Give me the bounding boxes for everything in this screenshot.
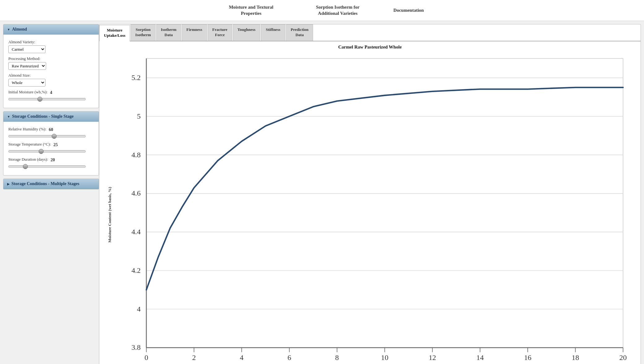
storage-multiple-panel: ▶ Storage Conditions - Multiple Stages	[3, 179, 99, 189]
storage-single-header[interactable]: ▼ Storage Conditions - Single Stage	[3, 112, 99, 122]
tab-fracture-force[interactable]: FractureForce	[208, 24, 232, 41]
nav-moisture-textural[interactable]: Moisture and Textural Properties	[220, 4, 282, 16]
moisture-slider[interactable]	[8, 98, 86, 100]
humidity-field: Relative Humidity (%): 60	[8, 127, 94, 139]
processing-label: Processing Method:	[8, 56, 94, 61]
humidity-slider[interactable]	[8, 135, 86, 138]
nav-sorption-isotherm[interactable]: Sorption Isotherm for Additional Varieti…	[307, 4, 369, 16]
size-select[interactable]: Whole Slivered Sliced Diced	[8, 79, 45, 87]
humidity-slider-container	[8, 134, 94, 139]
nav-documentation[interactable]: Documentation	[393, 7, 424, 14]
chart-title: Carmel Raw Pasteurized Whole	[105, 44, 634, 50]
chart-inner: 3.8 4 4.2 4.4 4.6 4.8 5 5.2 0	[112, 53, 634, 364]
storage-multiple-arrow: ▶	[7, 182, 10, 186]
temperature-value: 25	[54, 142, 61, 147]
temperature-field: Storage Temperature (°C): 25	[8, 142, 94, 154]
svg-text:8: 8	[335, 353, 339, 362]
size-label: Almond Size:	[8, 73, 94, 78]
humidity-label: Relative Humidity (%):	[8, 127, 46, 132]
top-navigation: Moisture and Textural Properties Sorptio…	[0, 0, 644, 21]
storage-multiple-title: Storage Conditions - Multiple Stages	[11, 181, 79, 186]
svg-text:4: 4	[137, 305, 141, 313]
sidebar: ▼ Almond Almond Variety: Carmel Nonparei…	[3, 24, 99, 364]
moisture-value: 4	[50, 90, 58, 95]
duration-slider-container	[8, 164, 94, 169]
duration-value: 20	[51, 158, 58, 163]
temperature-label: Storage Temperature (°C):	[8, 142, 51, 147]
svg-text:4: 4	[240, 353, 243, 362]
svg-text:18: 18	[572, 353, 579, 362]
y-axis-label: Moisture Content (wet basis, %)	[105, 187, 112, 243]
content-area: MoistureUptake/Loss SorptionIsotherm Iso…	[99, 24, 641, 364]
svg-rect-0	[146, 58, 623, 348]
chart-area: Carmel Raw Pasteurized Whole Moisture Co…	[99, 41, 641, 364]
temperature-slider[interactable]	[8, 150, 86, 153]
almond-panel-header[interactable]: ▼ Almond	[3, 24, 99, 35]
svg-text:4.2: 4.2	[131, 266, 141, 274]
svg-text:2: 2	[192, 353, 196, 362]
almond-panel-title: Almond	[12, 27, 27, 32]
svg-text:20: 20	[619, 353, 627, 362]
storage-single-body: Relative Humidity (%): 60 Storage Temper…	[3, 122, 99, 175]
variety-select-wrapper: Carmel Nonpareil Butte Padre	[8, 45, 94, 53]
svg-text:5: 5	[137, 112, 141, 120]
storage-multiple-header[interactable]: ▶ Storage Conditions - Multiple Stages	[3, 179, 99, 189]
svg-text:4.6: 4.6	[131, 189, 141, 197]
tabs-bar: MoistureUptake/Loss SorptionIsotherm Iso…	[99, 24, 641, 41]
size-select-wrapper: Whole Slivered Sliced Diced	[8, 79, 94, 87]
tab-sorption-isotherm[interactable]: SorptionIsotherm	[131, 24, 156, 41]
size-field: Almond Size: Whole Slivered Sliced Diced	[8, 73, 94, 87]
variety-field: Almond Variety: Carmel Nonpareil Butte P…	[8, 40, 94, 53]
chart-svg: 3.8 4 4.2 4.4 4.6 4.8 5 5.2 0	[112, 53, 634, 364]
tab-stiffness[interactable]: Stiffness	[261, 24, 286, 41]
tab-toughness[interactable]: Toughness	[233, 24, 260, 41]
processing-select-wrapper: Raw Pasteurized Roasted Blanched	[8, 62, 94, 70]
svg-text:12: 12	[429, 353, 436, 362]
chart-wrapper: Moisture Content (wet basis, %)	[105, 53, 634, 364]
variety-select[interactable]: Carmel Nonpareil Butte Padre	[8, 45, 45, 53]
duration-field: Storage Duration (days): 20	[8, 157, 94, 169]
storage-single-panel: ▼ Storage Conditions - Single Stage Rela…	[3, 111, 99, 176]
processing-select[interactable]: Raw Pasteurized Roasted Blanched	[8, 62, 46, 70]
variety-label: Almond Variety:	[8, 40, 94, 44]
svg-text:3.8: 3.8	[131, 343, 141, 351]
almond-panel-body: Almond Variety: Carmel Nonpareil Butte P…	[3, 35, 99, 108]
almond-panel-arrow: ▼	[7, 28, 10, 31]
svg-text:16: 16	[524, 353, 531, 362]
storage-single-arrow: ▼	[7, 115, 10, 118]
duration-slider[interactable]	[8, 165, 86, 168]
main-layout: ▼ Almond Almond Variety: Carmel Nonparei…	[0, 21, 644, 364]
svg-text:4.8: 4.8	[131, 150, 141, 159]
svg-text:5.2: 5.2	[131, 74, 141, 82]
tab-prediction-data[interactable]: PredictionData	[286, 24, 313, 41]
tab-isotherm-data[interactable]: IsothermData	[156, 24, 181, 41]
processing-field: Processing Method: Raw Pasteurized Roast…	[8, 56, 94, 70]
svg-text:14: 14	[476, 353, 484, 362]
almond-panel: ▼ Almond Almond Variety: Carmel Nonparei…	[3, 24, 99, 108]
svg-text:0: 0	[144, 353, 148, 362]
svg-text:6: 6	[287, 353, 291, 362]
duration-label: Storage Duration (days):	[8, 157, 48, 162]
moisture-field: Initial Moisture (wb,%): 4	[8, 90, 94, 102]
moisture-slider-container	[8, 97, 94, 102]
temperature-slider-container	[8, 149, 94, 154]
svg-text:10: 10	[381, 353, 389, 362]
humidity-value: 60	[49, 127, 56, 132]
tab-moisture-uptake[interactable]: MoistureUptake/Loss	[99, 25, 130, 41]
tab-firmness[interactable]: Firmness	[182, 24, 207, 41]
svg-text:4.4: 4.4	[131, 228, 141, 236]
moisture-label: Initial Moisture (wb,%):	[8, 90, 48, 95]
storage-single-title: Storage Conditions - Single Stage	[12, 114, 74, 119]
